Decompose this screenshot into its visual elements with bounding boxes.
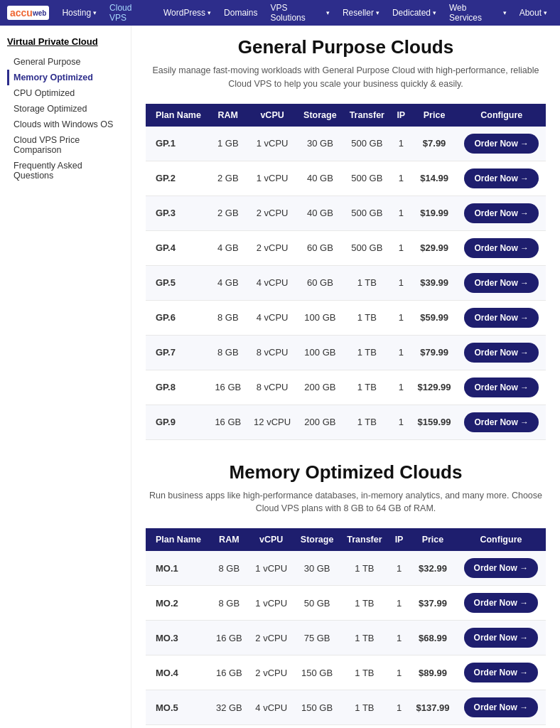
nav-wordpress[interactable]: WordPress ▾ <box>158 3 217 23</box>
order-now-button[interactable]: Order Now → <box>464 412 539 432</box>
plan-vcpu: 4 vCPU <box>249 690 294 725</box>
plan-configure: Order Now → <box>456 725 546 729</box>
sidebar-item-storage-optimized[interactable]: Storage Optimized <box>7 101 124 117</box>
nav-domains[interactable]: Domains <box>218 3 263 23</box>
plan-storage: 75 GB <box>294 621 340 655</box>
plan-storage: 30 GB <box>294 551 340 586</box>
order-now-button[interactable]: Order Now → <box>464 558 539 578</box>
mo-col-plan-name: Plan Name <box>146 528 210 551</box>
plan-storage: 200 GB <box>297 370 343 405</box>
order-now-button[interactable]: Order Now → <box>464 663 539 682</box>
col-ram: RAM <box>209 104 247 127</box>
plan-name: GP.2 <box>146 161 209 196</box>
plan-name: GP.4 <box>146 230 209 265</box>
plan-configure: Order Now → <box>456 586 546 621</box>
order-now-button[interactable]: Order Now → <box>464 134 539 154</box>
plan-ram: 16 GB <box>209 370 247 405</box>
plan-ip: 1 <box>391 405 411 439</box>
plan-ram: 16 GB <box>210 621 249 655</box>
plan-ip: 1 <box>389 690 409 725</box>
plan-configure: Order Now → <box>458 127 546 161</box>
col-configure: Configure <box>458 104 546 127</box>
sidebar-item-price-comparison[interactable]: Cloud VPS Price Comparison <box>7 132 124 158</box>
plan-vcpu: 2 vCPU <box>247 196 297 230</box>
plan-price: $68.99 <box>409 621 456 655</box>
plan-ip: 1 <box>391 335 411 370</box>
nav-cloud-vps[interactable]: Cloud VPS <box>104 3 156 23</box>
sidebar-item-clouds-windows[interactable]: Clouds with Windows OS <box>7 117 124 132</box>
plan-name: GP.7 <box>146 335 209 370</box>
general-purpose-desc: Easily manage fast-moving workloads with… <box>146 64 546 91</box>
plan-configure: Order Now → <box>458 300 546 335</box>
col-ip: IP <box>391 104 411 127</box>
plan-transfer: 500 GB <box>343 127 391 161</box>
plan-ip: 1 <box>391 265 411 300</box>
sidebar-item-general-purpose[interactable]: General Purpose <box>7 54 124 70</box>
plan-storage: 200 GB <box>294 725 340 729</box>
table-row: MO.2 8 GB 1 vCPU 50 GB 1 TB 1 $37.99 Ord… <box>146 586 546 621</box>
plan-price: $32.99 <box>409 551 456 586</box>
nav-dedicated[interactable]: Dedicated ▾ <box>387 3 442 23</box>
order-now-button[interactable]: Order Now → <box>464 308 539 328</box>
mo-col-transfer: Transfer <box>340 528 389 551</box>
order-now-button[interactable]: Order Now → <box>464 628 539 648</box>
plan-vcpu: 4 vCPU <box>247 300 297 335</box>
table-row: MO.6 32 GB 4 vCPU 200 GB 1 TB 1 $151.99 … <box>146 725 546 729</box>
plan-vcpu: 12 vCPU <box>247 405 297 439</box>
order-now-button[interactable]: Order Now → <box>464 697 539 717</box>
plan-transfer: 1 TB <box>340 586 389 621</box>
plan-name: GP.8 <box>146 370 209 405</box>
plan-configure: Order Now → <box>456 655 546 690</box>
nav-about[interactable]: About ▾ <box>514 3 553 23</box>
plan-storage: 30 GB <box>297 127 343 161</box>
plan-price: $14.99 <box>411 161 458 196</box>
plan-configure: Order Now → <box>458 265 546 300</box>
top-navigation: accuweb Hosting ▾ Cloud VPS WordPress ▾ … <box>0 0 560 26</box>
sidebar-item-faq[interactable]: Frequently Asked Questions <box>7 158 124 183</box>
nav-web-services[interactable]: Web Services ▾ <box>443 3 512 23</box>
plan-transfer: 1 TB <box>343 335 391 370</box>
table-row: GP.7 8 GB 8 vCPU 100 GB 1 TB 1 $79.99 Or… <box>146 335 546 370</box>
plan-ram: 8 GB <box>209 300 247 335</box>
site-logo[interactable]: accuweb <box>7 6 49 20</box>
plan-ip: 1 <box>391 230 411 265</box>
general-purpose-title: General Purpose Clouds <box>146 36 546 58</box>
nav-hosting[interactable]: Hosting ▾ <box>56 3 102 23</box>
plan-name: GP.1 <box>146 127 209 161</box>
order-now-button[interactable]: Order Now → <box>464 168 539 188</box>
plan-ram: 16 GB <box>210 655 249 690</box>
plan-ip: 1 <box>389 655 409 690</box>
order-now-button[interactable]: Order Now → <box>464 238 539 258</box>
order-now-button[interactable]: Order Now → <box>464 593 539 613</box>
plan-ip: 1 <box>391 300 411 335</box>
caret-icon: ▾ <box>93 9 97 16</box>
sidebar-item-memory-optimized[interactable]: Memory Optimized <box>7 70 124 85</box>
plan-ram: 1 GB <box>209 127 247 161</box>
sidebar: Virtual Private Cloud General Purpose Me… <box>0 26 131 728</box>
order-now-button[interactable]: Order Now → <box>464 378 539 397</box>
order-now-button[interactable]: Order Now → <box>464 203 539 223</box>
plan-price: $19.99 <box>411 196 458 230</box>
col-price: Price <box>411 104 458 127</box>
plan-configure: Order Now → <box>456 621 546 655</box>
sidebar-item-cpu-optimized[interactable]: CPU Optimized <box>7 85 124 101</box>
plan-configure: Order Now → <box>456 551 546 586</box>
mo-col-vcpu: vCPU <box>249 528 294 551</box>
plan-transfer: 1 TB <box>340 655 389 690</box>
plan-transfer: 1 TB <box>340 551 389 586</box>
order-now-button[interactable]: Order Now → <box>464 273 539 293</box>
plan-configure: Order Now → <box>458 161 546 196</box>
plan-ip: 1 <box>389 551 409 586</box>
order-now-button[interactable]: Order Now → <box>464 343 539 363</box>
caret-icon: ▾ <box>544 9 547 16</box>
plan-ram: 4 GB <box>209 230 247 265</box>
memory-optimized-table: Plan Name RAM vCPU Storage Transfer IP P… <box>146 528 546 728</box>
mo-col-configure: Configure <box>456 528 546 551</box>
nav-vps-solutions[interactable]: VPS Solutions ▾ <box>264 3 335 23</box>
plan-configure: Order Now → <box>458 335 546 370</box>
plan-vcpu: 4 vCPU <box>247 265 297 300</box>
plan-ip: 1 <box>389 725 409 729</box>
nav-reseller[interactable]: Reseller ▾ <box>337 3 385 23</box>
table-row: GP.4 4 GB 2 vCPU 60 GB 500 GB 1 $29.99 O… <box>146 230 546 265</box>
plan-ip: 1 <box>391 161 411 196</box>
